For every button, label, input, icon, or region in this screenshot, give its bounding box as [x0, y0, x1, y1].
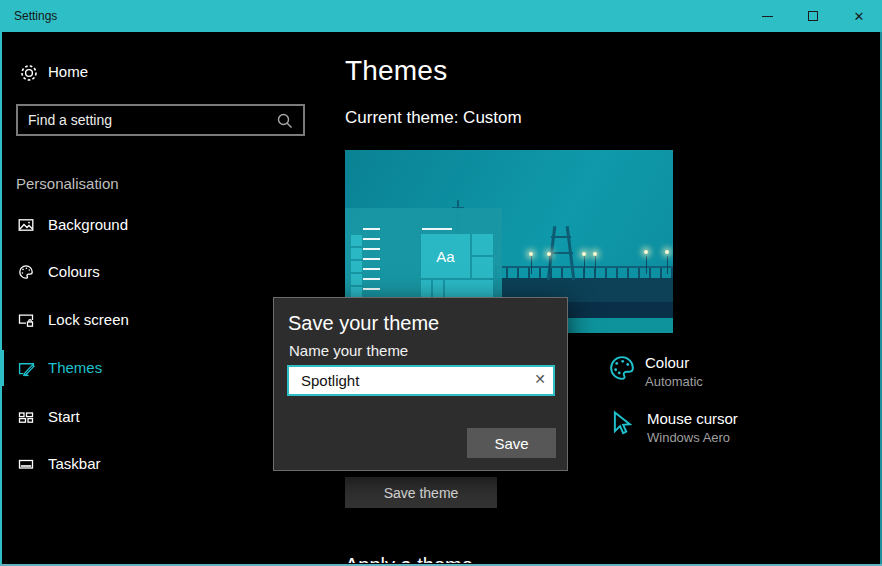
taskbar-icon	[18, 456, 34, 472]
preview-tower-bar	[549, 252, 573, 254]
colour-value: Automatic	[645, 374, 703, 389]
preview-lamp-light	[547, 252, 551, 256]
preview-menu-line	[363, 268, 380, 270]
preview-tower-bar	[551, 236, 571, 238]
dialog-title: Save your theme	[288, 312, 439, 335]
palette-icon	[608, 354, 636, 382]
themes-icon	[18, 360, 35, 377]
preview-aa-tile: Aa	[421, 234, 470, 278]
preview-menu-line	[363, 258, 380, 260]
preview-menu-square	[351, 274, 362, 285]
mouse-cursor-value: Windows Aero	[647, 430, 730, 445]
theme-name-field-wrap: ✕	[287, 365, 555, 396]
sidebar-item-taskbar[interactable]: Taskbar	[0, 446, 310, 482]
sidebar-item-colours[interactable]: Colours	[0, 254, 310, 290]
sidebar-item-label: Taskbar	[48, 455, 101, 472]
sidebar-item-background[interactable]: Background	[0, 207, 310, 243]
window-border-left	[0, 32, 2, 566]
preview-menu-line	[363, 288, 380, 290]
gear-icon	[19, 63, 39, 83]
sidebar-item-home[interactable]: Home	[0, 58, 310, 88]
clear-input-icon[interactable]: ✕	[534, 371, 546, 387]
preview-lamp-pole	[667, 256, 668, 274]
preview-tile	[472, 257, 493, 278]
sidebar-item-themes[interactable]: Themes	[0, 350, 310, 386]
sidebar-item-lock-screen[interactable]: Lock screen	[0, 302, 310, 338]
preview-lamp-light	[582, 252, 586, 256]
dialog-save-button[interactable]: Save	[467, 428, 556, 458]
sidebar-item-label: Background	[48, 216, 128, 233]
lock-screen-icon	[18, 312, 34, 328]
search-icon[interactable]	[276, 112, 294, 130]
current-theme-text: Current theme: Custom	[345, 108, 522, 128]
minimize-button[interactable]	[744, 0, 790, 32]
window-title: Settings	[14, 9, 744, 23]
search-input[interactable]	[18, 106, 303, 134]
preview-menu-line	[363, 238, 380, 240]
preview-menu-line	[363, 228, 380, 230]
save-theme-button[interactable]: Save theme	[345, 477, 497, 508]
titlebar: Settings ✕	[0, 0, 882, 32]
sidebar-item-label: Start	[48, 408, 80, 425]
preview-lamp-light	[593, 252, 597, 256]
mouse-cursor-row[interactable]: Mouse cursor Windows Aero	[610, 408, 780, 452]
preview-menu-square	[351, 235, 362, 246]
selected-indicator	[0, 350, 4, 386]
theme-name-input[interactable]	[289, 367, 553, 394]
mouse-cursor-label: Mouse cursor	[647, 410, 738, 427]
sidebar-item-label: Home	[48, 63, 88, 80]
preview-menu-line	[363, 248, 380, 250]
close-button[interactable]: ✕	[836, 0, 882, 32]
colour-label: Colour	[645, 354, 689, 371]
sidebar-item-start[interactable]: Start	[0, 399, 310, 435]
preview-lamp-pole	[595, 256, 596, 274]
maximize-icon	[808, 11, 818, 21]
preview-lamp-pole	[646, 256, 647, 274]
close-icon: ✕	[854, 10, 865, 23]
preview-lamp-pole	[549, 256, 550, 274]
preview-tile	[472, 234, 493, 255]
preview-menu-line	[363, 278, 380, 280]
apply-theme-heading-clipped: Apply a theme	[345, 553, 665, 563]
sidebar-item-label: Lock screen	[48, 311, 129, 328]
preview-lamp-pole	[531, 256, 532, 274]
start-tiles-icon	[18, 409, 34, 425]
theme-colour-row[interactable]: Colour Automatic	[608, 352, 778, 396]
dialog-name-label: Name your theme	[289, 342, 408, 359]
palette-icon	[18, 264, 34, 280]
sidebar-item-label: Themes	[48, 359, 102, 376]
preview-lamp-light	[644, 250, 648, 254]
preview-menu-square	[351, 261, 362, 272]
preview-menu-line	[422, 228, 452, 230]
preview-lamp-light	[665, 250, 669, 254]
image-icon	[18, 217, 34, 233]
minimize-icon	[762, 16, 773, 17]
preview-lamp-light	[529, 252, 533, 256]
preview-menu-square	[351, 248, 362, 259]
maximize-button[interactable]	[790, 0, 836, 32]
sidebar-section-personalisation: Personalisation	[16, 175, 119, 192]
apply-theme-heading-text: Apply a theme	[345, 553, 665, 563]
sidebar-item-label: Colours	[48, 263, 100, 280]
save-theme-dialog: Save your theme Name your theme ✕ Save	[273, 297, 568, 471]
cursor-icon	[610, 410, 636, 436]
page-title: Themes	[345, 55, 447, 87]
search-box	[16, 104, 305, 136]
preview-lamp-pole	[584, 256, 585, 274]
